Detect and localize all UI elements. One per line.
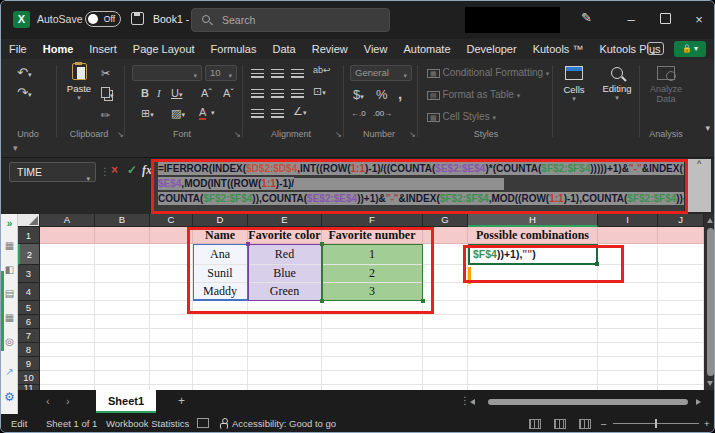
cells-button[interactable]: Cells ▾ [556, 63, 592, 129]
name-box-dropdown-icon[interactable]: ▾ [86, 170, 90, 188]
column-header-D[interactable]: D [193, 214, 248, 227]
align-left-icon[interactable] [251, 89, 264, 98]
scroll-up-icon[interactable] [707, 218, 713, 223]
cut-icon[interactable]: ✂ [101, 67, 110, 80]
percent-style-icon[interactable]: % [376, 87, 388, 102]
cell-I5[interactable] [598, 301, 658, 315]
cell-D8[interactable] [193, 343, 248, 357]
spreadsheet-grid[interactable]: ABCDEFGHIJ1234567891011NameFavorite colo… [18, 214, 704, 390]
share-button[interactable]: 🔒 ▾ [674, 41, 706, 57]
row-header-4[interactable]: 4 [18, 283, 40, 301]
row-header-9[interactable]: 9 [18, 357, 40, 371]
cell-A4[interactable] [40, 283, 95, 301]
cell-A8[interactable] [40, 343, 95, 357]
cell-I3[interactable] [598, 265, 658, 283]
cell-C3[interactable] [150, 265, 193, 283]
clipboard-dialog-launcher[interactable]: ↘ [117, 130, 124, 139]
cell-G3[interactable] [423, 265, 468, 283]
cell-F7[interactable] [322, 329, 423, 343]
cell-styles-button[interactable]: ▩ Cell Styles ▾ [427, 111, 496, 122]
cell-C9[interactable] [150, 357, 193, 371]
copy-icon[interactable]: ▾ [101, 87, 114, 100]
cell-B2[interactable] [95, 244, 150, 265]
cell-E4[interactable]: Green [248, 283, 322, 301]
align-top-icon[interactable] [251, 69, 264, 78]
cell-I2[interactable] [598, 244, 658, 265]
tab-insert[interactable]: Insert [81, 39, 125, 59]
cell-H4[interactable] [468, 283, 598, 301]
ribbon-options-chevron[interactable]: ▾ [705, 123, 710, 133]
workbook-statistics[interactable]: Workbook Statistics [106, 418, 189, 429]
select-all-corner[interactable] [18, 214, 40, 227]
orientation-icon[interactable]: ∠▾ [293, 105, 306, 118]
tab-file[interactable]: File [1, 39, 35, 59]
cell-F2[interactable]: 1 [322, 244, 423, 265]
sheet-tab-sheet1[interactable]: Sheet1 [96, 390, 156, 413]
editing-button[interactable]: Editing ▾ [599, 63, 635, 129]
cell-C1[interactable] [150, 227, 193, 244]
cell-J2[interactable] [658, 244, 704, 265]
paste-button[interactable]: Paste ▾ [61, 63, 97, 129]
column-header-H[interactable]: H [468, 214, 598, 227]
comma-style-icon[interactable]: , [398, 85, 402, 102]
new-sheet-button[interactable]: + [178, 394, 185, 408]
font-dialog-launcher[interactable]: ↘ [234, 130, 241, 139]
cell-E1[interactable]: Favorite color [248, 227, 322, 244]
column-header-E[interactable]: E [248, 214, 322, 227]
cell-H6[interactable] [468, 315, 598, 329]
cell-B9[interactable] [95, 357, 150, 371]
prev-sheet-icon[interactable]: ‹ [46, 395, 50, 407]
number-dialog-launcher[interactable]: ↘ [409, 130, 416, 139]
cell-I8[interactable] [598, 343, 658, 357]
cell-J5[interactable] [658, 301, 704, 315]
cell-A6[interactable] [40, 315, 95, 329]
expand-pane-icon[interactable]: » [1, 218, 18, 229]
column-header-I[interactable]: I [598, 214, 658, 227]
cell-C10[interactable] [150, 371, 193, 385]
cell-H5[interactable] [468, 301, 598, 315]
tab-page-layout[interactable]: Page Layout [125, 39, 203, 59]
cell-F4[interactable]: 3 [322, 283, 423, 301]
cell-B10[interactable] [95, 371, 150, 385]
close-button[interactable]: × [682, 1, 715, 39]
cell-F3[interactable]: 2 [322, 265, 423, 283]
column-header-A[interactable]: A [40, 214, 95, 227]
cell-F8[interactable] [322, 343, 423, 357]
undo-icon[interactable]: ↶▾ [17, 65, 31, 80]
cell-F9[interactable] [322, 357, 423, 371]
insert-function-icon[interactable]: fx [142, 163, 152, 178]
macro-record-icon[interactable] [197, 418, 209, 428]
tab-home[interactable]: Home [35, 39, 82, 61]
accounting-format-icon[interactable]: $▾ [353, 87, 364, 102]
cell-G5[interactable] [423, 301, 468, 315]
normal-view-icon[interactable] [529, 419, 541, 429]
ink-pen-icon[interactable]: ✎ [581, 10, 592, 25]
cell-F10[interactable] [322, 371, 423, 385]
shrink-font-icon[interactable]: Aˇ [223, 87, 234, 99]
tab-kutools-[interactable]: Kutools ™ [525, 39, 592, 59]
cell-D7[interactable] [193, 329, 248, 343]
cell-F5[interactable] [322, 301, 423, 315]
analyze-data-button[interactable]: Analyze Data [643, 63, 689, 129]
column-header-C[interactable]: C [150, 214, 193, 227]
conditional-formatting-button[interactable]: ▦ Conditional Formatting ▾ [427, 67, 549, 78]
formula-bar-collapse[interactable]: ^ [687, 159, 711, 212]
cell-B6[interactable] [95, 315, 150, 329]
row-header-1[interactable]: 1 [18, 227, 40, 244]
cell-J6[interactable] [658, 315, 704, 329]
accessibility-status[interactable]: Accessibility: Good to go [232, 418, 336, 429]
cell-C2[interactable] [150, 244, 193, 265]
tabbar-options-icon[interactable]: ⋮ [460, 395, 470, 406]
align-right-icon[interactable] [291, 89, 304, 98]
cell-A3[interactable] [40, 265, 95, 283]
open-external-icon[interactable]: ↗ [1, 366, 18, 377]
cell-E5[interactable] [248, 301, 322, 315]
cell-H8[interactable] [468, 343, 598, 357]
zoom-in-icon[interactable]: + [704, 418, 710, 429]
number-format-combo[interactable]: General▾ [350, 65, 412, 81]
cell-F1[interactable]: Favorite number [322, 227, 423, 244]
font-color-icon[interactable]: A [199, 107, 206, 120]
confirm-entry-icon[interactable]: ✓ [127, 163, 137, 177]
row-header-3[interactable]: 3 [18, 265, 40, 283]
cell-I9[interactable] [598, 357, 658, 371]
